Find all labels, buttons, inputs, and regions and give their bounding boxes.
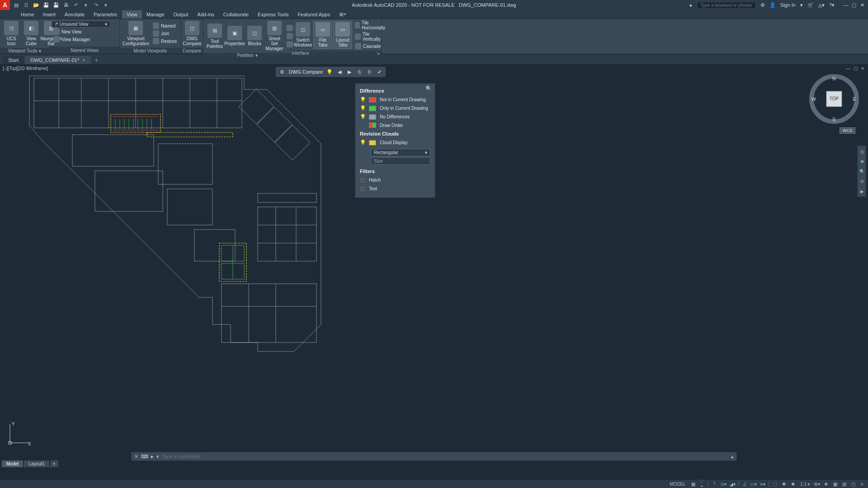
panel-launcher-icon[interactable]: ↘ xyxy=(376,51,380,56)
bulb-icon[interactable]: 💡 xyxy=(360,97,365,103)
annotation-add-icon[interactable]: ✱ xyxy=(790,481,796,487)
signin-label[interactable]: Sign In xyxy=(780,2,796,8)
draworder-swatch[interactable] xyxy=(369,122,376,128)
cart-icon[interactable]: 🛒 xyxy=(807,2,814,8)
zoom-icon[interactable]: 🔍 xyxy=(859,168,866,175)
view-dropdown[interactable]: ↱ Unsaved View▾ xyxy=(52,21,110,28)
named-button[interactable]: Named xyxy=(151,22,179,29)
bulb-icon[interactable]: 💡 xyxy=(360,140,365,145)
drawing-area[interactable]: [–][Top][2D Wireframe] — ▢ ✕ ⚙ DWG Compa… xyxy=(0,64,868,474)
tab-express[interactable]: Express Tools xyxy=(253,10,293,19)
monitor-icon[interactable]: ✚ xyxy=(823,481,829,487)
bulb-icon[interactable]: 💡 xyxy=(360,105,365,111)
plot-icon[interactable]: 🖶 xyxy=(62,1,70,9)
cloud-swatch[interactable] xyxy=(369,140,376,145)
filter-text-row[interactable]: ⬚ Text xyxy=(355,184,435,193)
minimize-icon[interactable]: — xyxy=(843,2,849,8)
qat-overflow-icon[interactable]: ▸ xyxy=(690,2,693,8)
view-cube-button[interactable]: ◧View Cube xyxy=(22,20,41,47)
switch-windows-button[interactable]: ◫Switch Windows xyxy=(293,21,312,48)
close-tab-icon[interactable]: ✕ xyxy=(82,58,85,63)
viewport-label[interactable]: [–][Top][2D Wireframe] xyxy=(3,66,48,71)
workspace-icon[interactable]: ⚙▾ xyxy=(814,481,820,487)
saveas-icon[interactable]: 💾 xyxy=(52,1,60,9)
autodesk-app-icon[interactable]: ◬▾ xyxy=(818,2,825,8)
check-icon[interactable]: ✔ xyxy=(376,69,382,75)
infocenter-icon[interactable]: ⚙ xyxy=(760,2,765,8)
grid-icon[interactable]: ▦ xyxy=(690,481,696,487)
file-tabs-toggle[interactable]: ▭File Tabs xyxy=(313,21,332,49)
tab-overflow-icon[interactable]: ▣▾ xyxy=(335,10,351,19)
bulb-icon[interactable]: 💡 xyxy=(360,114,365,120)
red-swatch[interactable] xyxy=(369,97,376,103)
restore-button[interactable]: Restore xyxy=(151,38,179,45)
layout-tabs-toggle[interactable]: ▭Layout Tabs xyxy=(333,21,352,49)
model-tab[interactable]: Model xyxy=(2,460,23,467)
viewport-config-button[interactable]: ▦Viewport Configuration xyxy=(122,20,150,47)
wheel-icon[interactable]: ◎ xyxy=(859,148,866,155)
tab-collaborate[interactable]: Collaborate xyxy=(219,10,253,19)
new-icon[interactable]: 🗋 xyxy=(23,1,30,9)
prev-diff-icon[interactable]: ◀ xyxy=(336,69,343,75)
wcs-badge[interactable]: WCS xyxy=(840,127,855,134)
close-icon[interactable]: ✕ xyxy=(134,454,138,460)
maximize-icon[interactable]: ▢ xyxy=(851,2,857,8)
signin-dropdown-icon[interactable]: ▾ xyxy=(800,2,803,8)
new-view-button[interactable]: New View xyxy=(52,28,118,35)
minimize-icon[interactable]: — xyxy=(845,66,851,71)
dwg-compare-button[interactable]: ◫DWG Compare xyxy=(183,20,202,47)
tab-featured[interactable]: Featured Apps xyxy=(293,10,335,19)
tab-addins[interactable]: Add-ins xyxy=(193,10,219,19)
otrack-icon[interactable]: ▭▾ xyxy=(750,481,757,487)
cloud-shape-dropdown[interactable]: Rectangular▾ xyxy=(371,149,430,156)
isodraft-icon[interactable]: ◢▾ xyxy=(729,481,736,487)
pan-icon[interactable]: ✥ xyxy=(859,158,866,165)
help-icon[interactable]: ?▾ xyxy=(829,2,835,8)
customize-icon[interactable]: ≡ xyxy=(859,481,865,487)
blocks-button[interactable]: ◫Blocks xyxy=(245,25,264,47)
add-tab-button[interactable]: + xyxy=(92,56,101,64)
layout1-tab[interactable]: Layout1 xyxy=(24,460,49,467)
cloud-size-input[interactable]: Size xyxy=(371,157,430,165)
tab-parametric[interactable]: Parametric xyxy=(89,10,122,19)
tab-view[interactable]: View xyxy=(122,10,142,19)
help-search-input[interactable] xyxy=(697,2,756,9)
sheetset-button[interactable]: ▥Sheet Set Manager xyxy=(265,20,284,52)
document-tab[interactable]: DWG_COMPARE-01*✕ xyxy=(25,56,91,64)
grey-swatch[interactable] xyxy=(369,114,376,120)
search-icon[interactable]: 🔍 xyxy=(425,85,432,92)
showmotion-icon[interactable]: ▶ xyxy=(859,188,866,195)
tab-insert[interactable]: Insert xyxy=(38,10,60,19)
hardware-icon[interactable]: ▦ xyxy=(832,481,838,487)
ucs-icon-button[interactable]: ◳UCS Icon xyxy=(2,20,21,47)
command-input[interactable] xyxy=(162,454,728,459)
tab-home[interactable]: Home xyxy=(16,10,38,19)
next-diff-icon[interactable]: ▶ xyxy=(346,69,353,75)
expand-icon[interactable]: ▴ xyxy=(731,454,734,460)
annotation-icon[interactable]: ⬚ xyxy=(772,481,778,487)
tool-palettes-button[interactable]: ▤Tool Palettes xyxy=(205,23,224,50)
view-manager-button[interactable]: View Manager xyxy=(52,36,118,43)
isolate-icon[interactable]: ▤ xyxy=(841,481,847,487)
osnap-icon[interactable]: ∠ xyxy=(741,481,748,487)
save-icon[interactable]: 💾 xyxy=(42,1,50,9)
model-space-label[interactable]: MODEL xyxy=(669,482,688,487)
scale-label[interactable]: 1:1▾ xyxy=(799,482,811,487)
import-icon[interactable]: ⎘ xyxy=(356,69,363,75)
undo-icon[interactable]: ↶ xyxy=(72,1,80,9)
dropdown-icon[interactable]: ▾ xyxy=(102,1,109,9)
tab-manage[interactable]: Manage xyxy=(142,10,169,19)
close-icon[interactable]: ✕ xyxy=(859,2,865,8)
open-icon[interactable]: 📂 xyxy=(33,1,40,9)
tile-horiz-button[interactable]: Tile Horizontally xyxy=(353,20,388,31)
add-layout-button[interactable]: + xyxy=(50,460,58,467)
tab-annotate[interactable]: Annotate xyxy=(60,10,89,19)
cleanscreen-icon[interactable]: ▢ xyxy=(850,481,856,487)
join-button[interactable]: Join xyxy=(151,30,179,37)
close-icon[interactable]: ✕ xyxy=(860,66,865,71)
lineweight-icon[interactable]: ≡▾ xyxy=(760,481,766,487)
snap-icon[interactable]: ⸬▾ xyxy=(699,481,705,487)
export-icon[interactable]: ⎘ xyxy=(366,69,373,75)
panel-expand-icon[interactable]: ▾ xyxy=(255,53,258,58)
dropdown-icon[interactable]: ▾ xyxy=(82,1,90,9)
